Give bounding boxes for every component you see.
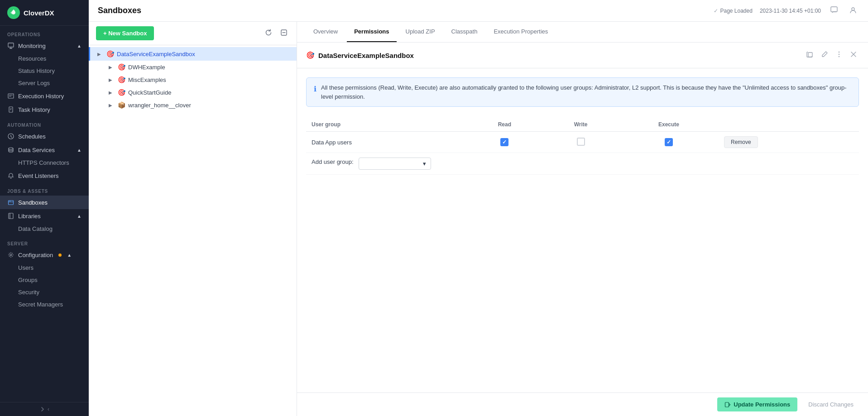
sidebar-item-monitoring[interactable]: Monitoring ▲	[0, 39, 89, 53]
chat-button[interactable]	[828, 4, 840, 18]
close-button[interactable]	[848, 49, 859, 62]
sidebar-item-data-catalog[interactable]: Data Catalog	[0, 223, 89, 235]
chevron-down-icon: ▾	[423, 160, 426, 167]
sandbox-item-quickstart[interactable]: ▶ 🎯 QuickStartGuide	[89, 86, 297, 99]
sidebar-item-secret-managers[interactable]: Secret Managers	[0, 298, 89, 311]
execute-checkbox[interactable]	[665, 138, 673, 146]
box-icon	[7, 199, 14, 206]
user-button[interactable]	[847, 4, 859, 18]
tab-permissions[interactable]: Permissions	[347, 22, 396, 42]
sandbox-name-misc: MiscExamples	[128, 77, 166, 83]
copy-button[interactable]	[805, 49, 815, 62]
add-user-group-label: Add user group:	[312, 158, 354, 165]
sidebar-section-operations: OPERATIONS Monitoring ▲ Resources Status…	[0, 26, 89, 116]
right-panel-content: 🎯 DataServiceExampleSandbox	[297, 43, 868, 392]
sidebar-item-task-history[interactable]: Task History	[0, 103, 89, 116]
sidebar-item-https-connectors[interactable]: HTTPS Connectors	[0, 157, 89, 169]
sandbox-name-quickstart: QuickStartGuide	[128, 89, 171, 96]
svg-rect-16	[725, 402, 729, 407]
update-permissions-button[interactable]: Update Permissions	[717, 397, 797, 411]
execution-history-label: Execution History	[18, 93, 64, 100]
left-panel: + New Sandbox ▶ 🎯 DataServiceExampleSand…	[89, 22, 297, 416]
info-text: All these permissions (Read, Write, Exec…	[321, 83, 851, 101]
remove-button[interactable]: Remove	[724, 136, 758, 148]
sandboxes-label: Sandboxes	[18, 199, 48, 206]
edit-button[interactable]	[819, 49, 830, 62]
sidebar-item-schedules[interactable]: Schedules	[0, 129, 89, 143]
main-area: Sandboxes ✓ Page Loaded 2023-11-30 14:45…	[89, 0, 868, 416]
bottom-bar: Update Permissions Discard Changes	[297, 392, 868, 416]
sidebar-item-resources[interactable]: Resources	[0, 53, 89, 65]
sandbox-item-misc[interactable]: ▶ 🎯 MiscExamples	[89, 73, 297, 86]
section-label-jobs-assets: JOBS & ASSETS	[0, 182, 89, 196]
info-icon: ℹ	[314, 84, 317, 95]
sidebar-logo: CloverDX	[0, 0, 89, 26]
tab-classpath[interactable]: Classpath	[444, 22, 485, 42]
sandbox-title-emoji: 🎯	[306, 51, 315, 59]
left-panel-toolbar: + New Sandbox	[89, 22, 297, 45]
collapse-all-button[interactable]	[278, 27, 289, 40]
right-panel: Overview Permissions Upload ZIP Classpat…	[297, 22, 868, 416]
event-listeners-label: Event Listeners	[18, 172, 59, 179]
sidebar-item-security[interactable]: Security	[0, 286, 89, 298]
monitoring-chevron: ▲	[77, 43, 82, 48]
write-checkbox[interactable]	[577, 138, 585, 146]
svg-rect-7	[9, 213, 13, 219]
tab-overview[interactable]: Overview	[306, 22, 345, 42]
sidebar-item-server-logs[interactable]: Server Logs	[0, 77, 89, 89]
discard-changes-button[interactable]: Discard Changes	[803, 397, 859, 411]
sidebar-item-sandboxes[interactable]: Sandboxes	[0, 196, 89, 209]
page-loaded-label: Page Loaded	[720, 8, 752, 14]
configuration-badge	[58, 253, 62, 257]
svg-point-5	[9, 148, 13, 149]
task-history-label: Task History	[18, 106, 50, 113]
page-title: Sandboxes	[98, 6, 141, 15]
schedules-label: Schedules	[18, 133, 46, 140]
monitoring-label: Monitoring	[18, 43, 46, 49]
sandbox-name-wrangler: wrangler_home__clover	[128, 102, 191, 109]
sidebar-item-status-history[interactable]: Status History	[0, 65, 89, 77]
sidebar-item-data-services[interactable]: Data Services ▲	[0, 143, 89, 157]
user-group-name: Data App users	[306, 132, 467, 153]
sandbox-item-wrangler[interactable]: ▶ 📦 wrangler_home__clover	[89, 99, 297, 111]
sandbox-item-data-service[interactable]: ▶ 🎯 DataServiceExampleSandbox	[89, 47, 297, 61]
sidebar-item-event-listeners[interactable]: Event Listeners	[0, 169, 89, 182]
sandbox-name-data-service: DataServiceExampleSandbox	[117, 51, 195, 57]
expand-icon-data-service: ▶	[97, 52, 104, 57]
add-user-group-cell: Add user group: ▾	[306, 153, 859, 175]
monitor-icon	[7, 42, 14, 49]
tab-execution-properties[interactable]: Execution Properties	[486, 22, 555, 42]
database-icon	[7, 146, 14, 153]
table-row: Data App users	[306, 132, 859, 153]
svg-rect-9	[831, 7, 837, 12]
sidebar-section-automation: AUTOMATION Schedules Data Services ▲ HTT…	[0, 116, 89, 182]
data-services-chevron: ▲	[77, 148, 82, 153]
sandbox-emoji-misc: 🎯	[118, 76, 125, 83]
read-checkbox[interactable]	[500, 138, 508, 146]
refresh-button[interactable]	[263, 27, 274, 40]
update-permissions-label: Update Permissions	[734, 401, 790, 408]
sandbox-header-actions	[805, 49, 859, 62]
new-sandbox-button[interactable]: + New Sandbox	[96, 26, 154, 40]
tab-upload-zip[interactable]: Upload ZIP	[398, 22, 442, 42]
sidebar: CloverDX OPERATIONS Monitoring ▲ Resourc…	[0, 0, 89, 416]
more-options-button[interactable]	[834, 49, 844, 62]
col-read: Read	[467, 118, 543, 132]
sandbox-emoji-dwh: 🎯	[118, 63, 125, 71]
sidebar-item-users[interactable]: Users	[0, 262, 89, 274]
sandbox-item-dwh[interactable]: ▶ 🎯 DWHExample	[89, 61, 297, 73]
sidebar-item-configuration[interactable]: Configuration ▲	[0, 248, 89, 262]
sidebar-item-libraries[interactable]: Libraries ▲	[0, 209, 89, 223]
toolbar-icons	[263, 27, 289, 40]
svg-point-14	[839, 54, 839, 55]
sidebar-item-groups[interactable]: Groups	[0, 274, 89, 286]
clover-logo-icon	[7, 6, 20, 19]
sidebar-item-execution-history[interactable]: Execution History	[0, 89, 89, 103]
section-label-automation: AUTOMATION	[0, 116, 89, 129]
svg-point-8	[10, 254, 12, 256]
expand-icon-misc: ▶	[109, 77, 115, 82]
sidebar-collapse-button[interactable]: ‹	[0, 402, 89, 416]
user-group-dropdown[interactable]: ▾	[359, 158, 431, 170]
topbar: Sandboxes ✓ Page Loaded 2023-11-30 14:45…	[89, 0, 868, 22]
logo-text: CloverDX	[24, 9, 54, 17]
